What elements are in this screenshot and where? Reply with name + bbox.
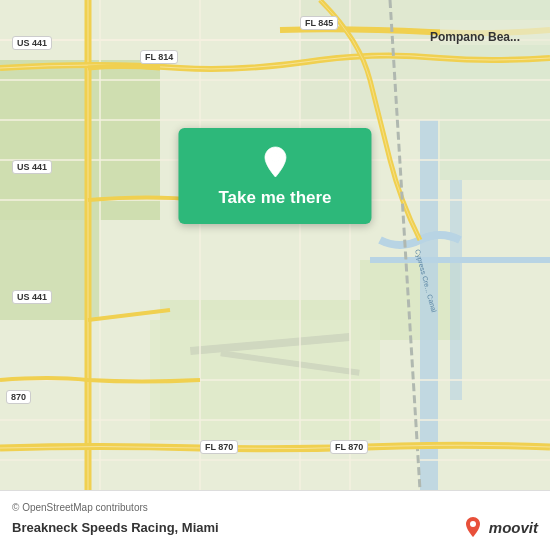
road-label-us441-3: US 441 <box>12 290 52 304</box>
location-row: Breakneck Speeds Racing, Miami moovit <box>12 515 538 539</box>
moovit-logo-icon <box>461 515 485 539</box>
road-label-fl870-right: FL 870 <box>330 440 368 454</box>
road-label-fl814: FL 814 <box>140 50 178 64</box>
take-me-there-label: Take me there <box>218 188 331 208</box>
location-name: Breakneck Speeds Racing, Miami <box>12 520 219 535</box>
road-label-fl845: FL 845 <box>300 16 338 30</box>
moovit-logo: moovit <box>461 515 538 539</box>
take-me-there-button[interactable]: Take me there <box>178 128 371 224</box>
location-pin-icon <box>257 144 293 180</box>
road-label-us441-2: US 441 <box>12 160 52 174</box>
map-svg: Cypress Cre... Canal <box>0 0 550 490</box>
svg-point-28 <box>270 153 279 162</box>
map-container: Cypress Cre... Canal US 441 US 441 US 44… <box>0 0 550 490</box>
road-label-us441-1: US 441 <box>12 36 52 50</box>
road-label-870: 870 <box>6 390 31 404</box>
road-label-fl870-left: FL 870 <box>200 440 238 454</box>
copyright-text: © OpenStreetMap contributors <box>12 502 538 513</box>
bottom-bar: © OpenStreetMap contributors Breakneck S… <box>0 490 550 550</box>
svg-point-29 <box>470 521 476 527</box>
pompano-beach-label: Pompano Bea... <box>430 30 520 44</box>
moovit-brand-text: moovit <box>489 519 538 536</box>
